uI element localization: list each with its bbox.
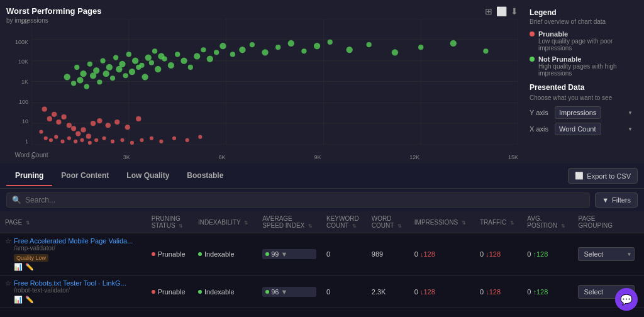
indexability-cell: Indexable: [193, 275, 257, 308]
svg-point-62: [367, 42, 372, 47]
indexability-cell: Indexable: [193, 233, 257, 275]
svg-point-13: [64, 74, 70, 80]
tab-poor-content[interactable]: Poor Content: [52, 166, 118, 186]
svg-point-47: [194, 53, 200, 59]
star-icon[interactable]: ☆: [5, 237, 11, 245]
svg-point-77: [39, 130, 43, 133]
svg-point-99: [106, 123, 111, 128]
svg-point-80: [54, 135, 58, 139]
page-link[interactable]: Free Accelerated Mobile Page Valida...: [14, 237, 133, 245]
scatter-plot: [31, 19, 518, 145]
download-icon[interactable]: ⬇: [511, 6, 518, 16]
tab-pruning[interactable]: Pruning: [6, 166, 52, 186]
svg-point-29: [77, 77, 83, 83]
not-prunable-label: Not Prunable: [538, 55, 636, 63]
svg-point-69: [52, 112, 57, 117]
not-prunable-dot: [530, 57, 535, 62]
svg-point-42: [162, 56, 167, 61]
svg-point-75: [80, 127, 86, 132]
position-change: ↑128: [533, 288, 548, 296]
speed-cell: 99 ▼: [257, 233, 321, 275]
edit-icon[interactable]: ✏️: [25, 296, 34, 304]
svg-point-85: [88, 141, 92, 145]
tabs-bar: Pruning Poor Content Low Quality Boostab…: [0, 164, 644, 189]
export-csv-button[interactable]: ⬜ Export to CSV: [568, 168, 638, 184]
svg-point-46: [188, 65, 193, 70]
grid-icon[interactable]: ⊞: [485, 6, 492, 16]
edit-icon[interactable]: ✏️: [25, 263, 34, 271]
svg-point-31: [90, 72, 96, 79]
y-axis-select[interactable]: Impressions Traffic Clicks: [555, 106, 601, 119]
y-axis-labels: 1M 100K 10K 1K 100 10 1: [3, 19, 28, 145]
svg-point-20: [113, 55, 118, 60]
bottom-section: Pruning Poor Content Low Quality Boostab…: [0, 164, 644, 317]
svg-point-25: [145, 54, 152, 60]
svg-point-60: [328, 40, 333, 45]
search-input[interactable]: [25, 196, 584, 204]
tab-boostable[interactable]: Boostable: [178, 166, 232, 186]
word-count-cell: 989: [367, 233, 409, 275]
page-grouping-select[interactable]: Select Group A Group B: [578, 247, 635, 261]
chat-bubble[interactable]: 💬: [615, 288, 638, 311]
share-icon[interactable]: ⬜: [496, 6, 507, 16]
svg-point-100: [114, 120, 119, 125]
star-icon[interactable]: ☆: [5, 279, 11, 287]
svg-point-68: [47, 116, 52, 121]
avg-position-cell: 0 ↑128: [522, 275, 573, 308]
speed-dropdown-icon[interactable]: ▼: [280, 288, 287, 296]
table-row: ☆ Free Robots.txt Tester Tool - LinkG...…: [0, 275, 644, 308]
speed-dropdown-icon[interactable]: ▼: [280, 250, 287, 258]
col-traffic: TRAFFIC ⇅: [475, 211, 522, 233]
svg-point-34: [110, 75, 115, 81]
svg-point-82: [67, 136, 71, 140]
svg-point-39: [142, 74, 148, 80]
chart-icon[interactable]: 📊: [14, 296, 23, 304]
svg-point-45: [180, 58, 187, 64]
svg-point-43: [168, 62, 174, 69]
svg-point-90: [130, 141, 134, 145]
word-count-label: Word Count: [0, 152, 275, 158]
export-label: Export to CSV: [587, 172, 631, 180]
svg-point-28: [71, 81, 76, 86]
svg-point-59: [314, 43, 320, 49]
pruning-status-cell: Prunable: [147, 275, 193, 308]
page-link[interactable]: Free Robots.txt Tester Tool - LinkG...: [14, 279, 126, 287]
svg-point-58: [301, 48, 306, 53]
y-axis-row: Y axis Impressions Traffic Clicks: [530, 106, 636, 119]
chart-icon[interactable]: 📊: [14, 263, 23, 271]
filters-button[interactable]: ▼ Filters: [595, 192, 638, 208]
svg-point-97: [91, 121, 96, 126]
svg-point-53: [239, 47, 245, 53]
chart-icons: ⊞ ⬜ ⬇: [485, 6, 518, 16]
svg-point-26: [152, 48, 157, 53]
svg-point-49: [207, 55, 213, 62]
y-axis-select-wrapper: Impressions Traffic Clicks: [555, 106, 636, 119]
chart-section: Worst Performing Pages by impressions ⊞ …: [0, 0, 644, 164]
x-axis-label: X axis: [530, 125, 555, 133]
col-avg-speed: AVERAGESPEED INDEX ⇅: [257, 211, 321, 233]
x-axis-select[interactable]: Word Count Impressions Traffic: [555, 123, 601, 135]
table-body: ☆ Free Accelerated Mobile Page Valida...…: [0, 233, 644, 308]
svg-point-44: [175, 52, 180, 57]
svg-point-50: [214, 50, 219, 55]
indexability-dot: [198, 290, 202, 294]
speed-cell: 96 ▼: [257, 275, 321, 308]
indexability-text: Indexable: [204, 250, 235, 258]
svg-point-89: [120, 138, 124, 142]
pruning-status-text: Prunable: [158, 288, 186, 296]
svg-point-16: [87, 62, 92, 67]
impressions-change: ↓128: [420, 288, 435, 296]
svg-point-64: [418, 45, 423, 50]
svg-point-84: [80, 138, 84, 142]
svg-point-33: [103, 70, 109, 77]
keyword-count-cell: 0: [321, 275, 367, 308]
presented-data: Presented Data Choose what you want to s…: [530, 83, 636, 135]
tab-low-quality[interactable]: Low Quality: [118, 166, 178, 186]
col-page-grouping: PAGEGROUPING: [573, 211, 644, 233]
svg-point-70: [56, 120, 61, 125]
svg-point-65: [450, 40, 457, 47]
legend-item-prunable: Prunable Low quality page with poor impr…: [530, 30, 636, 52]
svg-point-56: [275, 45, 280, 50]
col-avg-position: AVG.POSITION ⇅: [522, 211, 573, 233]
svg-point-51: [219, 43, 226, 49]
